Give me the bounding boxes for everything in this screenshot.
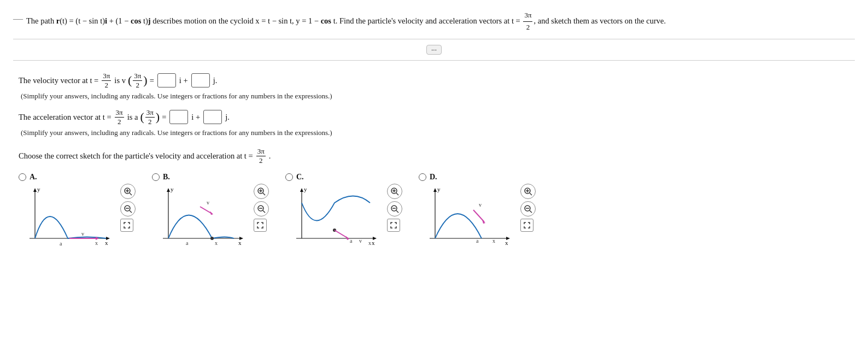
- option-b-label: B.: [163, 173, 170, 182]
- velocity-equals: =: [150, 76, 154, 85]
- velocity-bracket-den: 2: [135, 81, 141, 90]
- dash-marker: —: [13, 11, 23, 27]
- acceleration-t-num: 3π: [115, 108, 124, 118]
- svg-text:x: x: [95, 240, 98, 246]
- svg-text:x: x: [238, 239, 242, 246]
- velocity-input1[interactable]: [157, 73, 176, 87]
- option-a-label-row: A.: [19, 173, 37, 182]
- option-d: D. y x v: [419, 173, 536, 249]
- option-c-label: C.: [296, 173, 304, 182]
- acceleration-input1[interactable]: [169, 110, 188, 124]
- sketch-section: Choose the correct sketch for the partic…: [19, 147, 855, 249]
- acceleration-bracket-num: 3π: [145, 108, 155, 118]
- sketch-t-fraction: 3π 2: [256, 147, 266, 165]
- acceleration-section: The acceleration vector at t = 3π 2 is a…: [19, 108, 855, 137]
- svg-text:x: x: [492, 238, 495, 244]
- svg-text:v: v: [207, 200, 209, 206]
- option-a-graph-container: y x a v x: [19, 184, 136, 249]
- option-a-label: A.: [30, 173, 37, 182]
- option-a-graph: y x a v x: [19, 184, 117, 249]
- svg-marker-39: [300, 188, 303, 192]
- svg-line-54: [396, 210, 398, 213]
- acceleration-j-label: j.: [225, 113, 230, 122]
- option-c-expand[interactable]: [387, 219, 400, 232]
- velocity-t-den: 2: [104, 81, 110, 90]
- svg-line-35: [263, 210, 265, 213]
- velocity-is-label: is v: [114, 76, 126, 85]
- svg-text:y: y: [437, 186, 441, 192]
- svg-text:x: x: [105, 239, 108, 246]
- option-c-graph-container: y x a v x: [285, 184, 402, 249]
- velocity-prefix: The velocity vector at t =: [19, 76, 98, 85]
- acceleration-is-label: is a: [127, 113, 138, 122]
- svg-text:v: v: [81, 231, 84, 237]
- velocity-input2[interactable]: [191, 73, 210, 87]
- option-d-label-row: D.: [419, 173, 437, 182]
- option-b-controls: [254, 184, 269, 232]
- option-a-expand[interactable]: [120, 219, 133, 232]
- svg-line-62: [473, 210, 484, 222]
- acceleration-bracket-expr: ( 3π 2 ): [140, 108, 160, 126]
- svg-text:v: v: [359, 238, 362, 244]
- option-d-zoom-in[interactable]: [520, 184, 536, 199]
- options-row: A. y x: [19, 173, 855, 249]
- svg-text:y: y: [37, 186, 40, 192]
- option-d-controls: [520, 184, 536, 232]
- svg-line-47: [335, 230, 348, 238]
- svg-text:y: y: [171, 186, 174, 192]
- velocity-t-fraction: 3π 2: [102, 72, 111, 90]
- sketch-question: Choose the correct sketch for the partic…: [19, 147, 855, 165]
- svg-text:a: a: [60, 241, 62, 247]
- option-d-label: D.: [430, 173, 437, 182]
- option-d-radio[interactable]: [419, 173, 426, 181]
- velocity-math-line: The velocity vector at t = 3π 2 is v ( 3…: [19, 72, 855, 90]
- option-b-graph-container: y x v a x: [152, 184, 269, 249]
- problem-text-content: The path r(t) = (t − sin t)i + (1 − cos …: [26, 10, 666, 33]
- svg-marker-58: [433, 188, 437, 192]
- svg-text:x: x: [368, 240, 371, 246]
- acceleration-prefix: The acceleration vector at t =: [19, 113, 112, 122]
- option-c-zoom-in[interactable]: [387, 184, 402, 199]
- acceleration-math-line: The acceleration vector at t = 3π 2 is a…: [19, 108, 855, 126]
- svg-line-72: [530, 210, 532, 213]
- velocity-bracket-num: 3π: [133, 72, 142, 81]
- option-a-zoom-out[interactable]: [120, 201, 136, 216]
- svg-line-24: [200, 207, 212, 214]
- option-a-zoom-in[interactable]: [120, 184, 136, 199]
- svg-text:x: x: [215, 240, 218, 246]
- svg-text:x: x: [372, 239, 375, 246]
- sketch-t-num: 3π: [256, 147, 266, 156]
- option-d-expand[interactable]: [520, 219, 533, 232]
- option-c: C. y x a v: [285, 173, 402, 249]
- svg-text:a: a: [476, 238, 479, 244]
- more-button[interactable]: ···: [426, 45, 442, 55]
- option-b-zoom-in[interactable]: [254, 184, 269, 199]
- option-b-graph: y x v a x: [152, 184, 250, 249]
- option-b-expand[interactable]: [254, 219, 267, 232]
- open-bracket-v: (: [128, 74, 132, 86]
- acceleration-i-label: i +: [191, 113, 200, 122]
- acceleration-bracket-fraction: 3π 2: [145, 108, 155, 126]
- option-c-graph: y x a v x: [285, 184, 384, 249]
- open-bracket-a: (: [140, 111, 144, 123]
- option-c-radio[interactable]: [285, 173, 293, 181]
- option-a-controls: [120, 184, 136, 232]
- svg-text:v: v: [479, 202, 482, 208]
- close-bracket-a: ): [156, 111, 160, 123]
- svg-text:a: a: [186, 240, 189, 246]
- svg-line-16: [130, 210, 132, 213]
- problem-statement: — The path r(t) = (t − sin t)i + (1 − co…: [13, 10, 855, 61]
- option-b-zoom-out[interactable]: [254, 201, 269, 216]
- option-a-radio[interactable]: [19, 173, 26, 181]
- option-b-radio[interactable]: [152, 173, 160, 181]
- acceleration-input2[interactable]: [203, 110, 222, 124]
- option-c-zoom-out[interactable]: [387, 201, 402, 216]
- svg-marker-2: [33, 188, 37, 192]
- option-d-graph-container: y x v a x: [419, 184, 536, 249]
- acceleration-t-fraction: 3π 2: [115, 108, 124, 126]
- svg-marker-63: [482, 220, 485, 224]
- option-d-zoom-out[interactable]: [520, 201, 536, 216]
- option-c-label-row: C.: [285, 173, 304, 182]
- velocity-j-label: j.: [213, 76, 218, 85]
- sketch-question-prefix: Choose the correct sketch for the partic…: [19, 151, 253, 161]
